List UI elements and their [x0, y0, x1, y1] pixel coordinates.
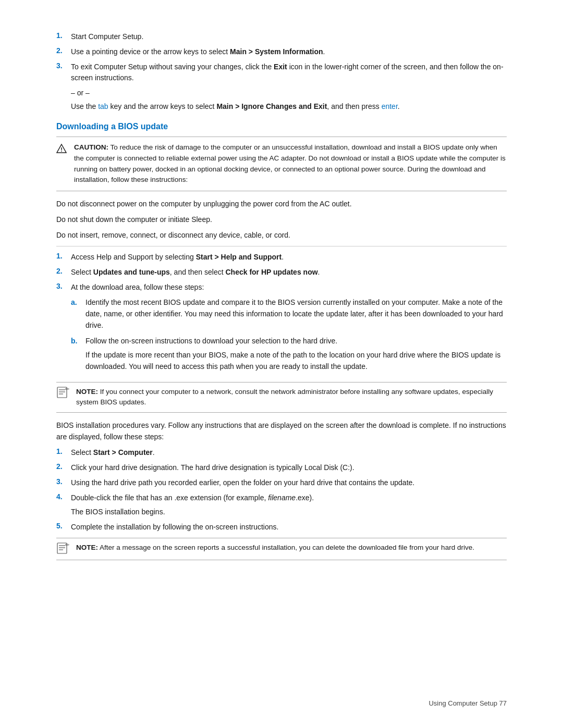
- list-text: Double-click the file that has an .exe e…: [71, 492, 507, 518]
- list-number: 4.: [56, 492, 71, 518]
- list-text: Start Computer Setup.: [71, 31, 507, 42]
- note-box-1: ✏ NOTE: If you connect your computer to …: [56, 382, 507, 413]
- list-item: 1. Access Help and Support by selecting …: [56, 252, 507, 263]
- note-icon-2: ✏: [56, 542, 72, 556]
- list-number: 1.: [56, 447, 71, 458]
- caution-text: CAUTION: To reduce the risk of damage to…: [74, 142, 507, 186]
- list-number: 1.: [56, 31, 71, 42]
- caution-body: To reduce the risk of damage to the comp…: [74, 143, 506, 184]
- page-footer: Using Computer Setup 77: [429, 699, 507, 707]
- note-body-2: After a message on the screen reports a …: [98, 544, 474, 551]
- tab-link[interactable]: tab: [98, 102, 108, 110]
- sub-list-label: b.: [71, 336, 85, 373]
- list-item: 3. At the download area, follow these st…: [56, 282, 507, 376]
- sub-list-text: Identify the most recent BIOS update and…: [85, 297, 507, 331]
- svg-text:!: !: [60, 146, 63, 153]
- list-item: 2. Use a pointing device or the arrow ke…: [56, 46, 507, 57]
- sub-paragraph: The BIOS installation begins.: [71, 507, 507, 518]
- note-text-2: NOTE: After a message on the screen repo…: [76, 542, 474, 553]
- note-label-1: NOTE:: [76, 388, 98, 396]
- triangle-warning-icon: !: [56, 143, 67, 154]
- list-number: 3.: [56, 477, 71, 488]
- list-item: b. Follow the on-screen instructions to …: [71, 336, 507, 373]
- list-number: 2.: [56, 462, 71, 473]
- steps-list: 1. Access Help and Support by selecting …: [56, 252, 507, 376]
- list-number: 2.: [56, 46, 71, 57]
- note-icon: ✏: [56, 387, 72, 400]
- caution-box: ! CAUTION: To reduce the risk of damage …: [56, 137, 507, 192]
- list-text: Complete the installation by following t…: [71, 522, 507, 533]
- list-item: 1. Select Start > Computer.: [56, 447, 507, 458]
- or-paragraph: Use the tab key and the arrow keys to se…: [56, 101, 507, 113]
- list-text: At the download area, follow these steps…: [71, 282, 507, 376]
- sub-paragraph: If the update is more recent than your B…: [85, 350, 507, 372]
- list-number: 5.: [56, 522, 71, 533]
- list-number: 2.: [56, 267, 71, 278]
- bios-install-para: BIOS installation procedures vary. Follo…: [56, 420, 507, 442]
- svg-text:✏: ✏: [65, 542, 70, 548]
- sub-steps-list: a. Identify the most recent BIOS update …: [71, 297, 507, 372]
- list-item: 2. Select Updates and tune-ups, and then…: [56, 267, 507, 278]
- list-number: 3.: [56, 61, 71, 83]
- list-text: Select Start > Computer.: [71, 447, 507, 458]
- list-item: 5. Complete the installation by followin…: [56, 522, 507, 533]
- note-label-2: NOTE:: [76, 544, 98, 551]
- or-separator: – or –: [71, 89, 507, 97]
- list-item: a. Identify the most recent BIOS update …: [71, 297, 507, 331]
- para-no-disconnect: Do not disconnect power on the computer …: [56, 199, 507, 210]
- note-body-1: If you connect your computer to a networ…: [76, 388, 493, 406]
- list-item: 2. Click your hard drive designation. Th…: [56, 462, 507, 473]
- para-no-insert: Do not insert, remove, connect, or disco…: [56, 230, 507, 247]
- section-heading: Downloading a BIOS update: [56, 122, 507, 131]
- note-document-icon-2: ✏: [56, 542, 71, 554]
- sub-list-text: Follow the on-screen instructions to dow…: [85, 336, 507, 373]
- para-no-shutdown: Do not shut down the computer or initiat…: [56, 214, 507, 226]
- list-number: 3.: [56, 282, 71, 376]
- enter-link[interactable]: enter: [382, 102, 398, 110]
- list-text: Access Help and Support by selecting Sta…: [71, 252, 507, 263]
- list-text: Click your hard drive designation. The h…: [71, 462, 507, 473]
- sub-list-label: a.: [71, 297, 85, 331]
- list-text: Use a pointing device or the arrow keys …: [71, 46, 507, 57]
- list-item: 1. Start Computer Setup.: [56, 31, 507, 42]
- list-item: 3. Using the hard drive path you recorde…: [56, 477, 507, 488]
- list-item: 3. To exit Computer Setup without saving…: [56, 61, 507, 83]
- install-steps-list: 1. Select Start > Computer. 2. Click you…: [56, 447, 507, 533]
- caution-icon: !: [56, 142, 70, 154]
- caution-label: CAUTION:: [74, 143, 108, 151]
- list-text: Using the hard drive path you recorded e…: [71, 477, 507, 488]
- note-box-2: ✏ NOTE: After a message on the screen re…: [56, 538, 507, 560]
- list-text: Select Updates and tune-ups, and then se…: [71, 267, 507, 278]
- note-text-1: NOTE: If you connect your computer to a …: [76, 387, 507, 409]
- list-text: To exit Computer Setup without saving yo…: [71, 61, 507, 83]
- top-ordered-list: 1. Start Computer Setup. 2. Use a pointi…: [56, 31, 507, 83]
- page: 1. Start Computer Setup. 2. Use a pointi…: [0, 0, 563, 728]
- note-document-icon: ✏: [56, 387, 71, 398]
- footer-text: Using Computer Setup 77: [429, 699, 507, 707]
- svg-text:✏: ✏: [65, 387, 70, 392]
- list-number: 1.: [56, 252, 71, 263]
- list-item: 4. Double-click the file that has an .ex…: [56, 492, 507, 518]
